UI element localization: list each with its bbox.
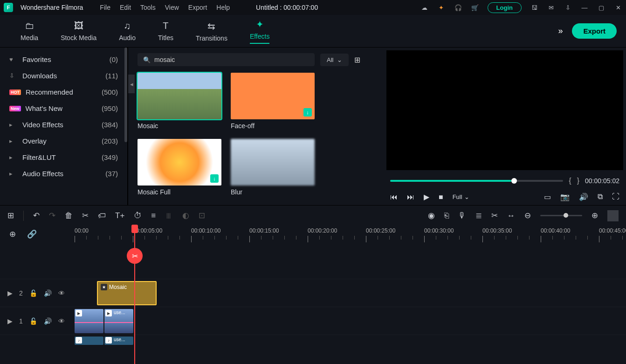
track-play-icon[interactable]: ▶ — [7, 289, 13, 297]
download-icon[interactable]: ⇩ — [564, 3, 572, 12]
zoom-out-icon[interactable]: ⊖ — [524, 211, 531, 220]
effect-card-mosaic[interactable]: Mosaic — [138, 73, 221, 130]
tab-effects[interactable]: ✦ Effects — [239, 19, 281, 44]
split-icon[interactable]: ✂ — [82, 211, 89, 220]
save-icon[interactable]: 🖫 — [530, 3, 538, 12]
step-back-icon[interactable]: ⏮ — [390, 193, 398, 201]
menu-view[interactable]: View — [165, 4, 179, 11]
sidebar-collapse-button[interactable]: ◂ — [128, 75, 135, 93]
bookmark-icon[interactable]: ⎗ — [444, 211, 449, 220]
color-icon[interactable]: ◐ — [182, 211, 189, 220]
maximize-icon[interactable]: ▢ — [597, 3, 605, 12]
render-button[interactable] — [607, 210, 619, 221]
undo-icon[interactable]: ↶ — [33, 211, 40, 220]
tag-icon[interactable]: 🏷 — [98, 211, 106, 220]
effect-card-faceoff[interactable]: ↓ Face-off — [231, 73, 315, 130]
screen-icon[interactable]: ▭ — [544, 192, 551, 201]
preview-viewport[interactable] — [386, 50, 623, 170]
sidebar-scrollbar[interactable] — [124, 48, 127, 142]
playhead[interactable]: ✂ — [134, 226, 135, 364]
login-button[interactable]: Login — [488, 2, 522, 13]
volume-icon[interactable]: 🔊 — [579, 192, 588, 201]
menu-file[interactable]: File — [100, 4, 110, 11]
sparkle-icon[interactable]: ✦ — [437, 3, 446, 12]
effect-thumb[interactable] — [231, 139, 315, 185]
expand-tabs-icon[interactable]: » — [558, 26, 563, 36]
tab-media[interactable]: 🗀 Media — [9, 21, 49, 41]
audio-adjust-icon[interactable]: ⫼ — [165, 211, 173, 220]
minimize-icon[interactable]: — — [580, 3, 589, 12]
export-button[interactable]: Export — [572, 23, 617, 39]
sidebar-favorites[interactable]: ♥ Favorites (0) — [0, 51, 127, 68]
effect-clip[interactable]: ★ Mosaic — [97, 281, 157, 305]
effect-card-blur[interactable]: Blur — [231, 139, 315, 196]
link-icon[interactable]: 🔗 — [27, 229, 37, 239]
tab-stock-media[interactable]: 🖾 Stock Media — [49, 21, 108, 41]
sidebar-audio-effects[interactable]: ▸ Audio Effects (37) — [0, 165, 127, 182]
audio-clip[interactable]: ♪use... — [104, 337, 133, 345]
add-text-icon[interactable]: T+ — [115, 211, 124, 220]
sidebar-filter-lut[interactable]: ▸ Filter&LUT (349) — [0, 149, 127, 165]
search-box[interactable]: 🔍 — [138, 53, 315, 66]
crop-icon[interactable]: ⊡ — [199, 211, 205, 220]
effect-card-mosaic-full[interactable]: ↓ Mosaic Full — [138, 139, 221, 196]
eye-icon[interactable]: 👁 — [58, 317, 65, 325]
quality-dropdown[interactable]: Full ⌄ — [453, 193, 469, 200]
cart-icon[interactable]: 🛒 — [471, 3, 479, 12]
zoom-in-icon[interactable]: ⊕ — [592, 211, 598, 220]
marker-icon[interactable]: ◉ — [428, 211, 435, 220]
voiceover-icon[interactable]: 🎙 — [458, 211, 466, 220]
fullscreen-icon[interactable]: ⛶ — [612, 192, 619, 201]
tab-transitions[interactable]: ⇆ Transitions — [185, 21, 239, 42]
sidebar-whats-new[interactable]: New What's New (950) — [0, 100, 127, 117]
tab-titles[interactable]: T Titles — [147, 21, 185, 41]
menu-edit[interactable]: Edit — [120, 4, 131, 11]
cloud-icon[interactable]: ☁ — [420, 3, 429, 12]
audio-clip[interactable]: ♪ — [75, 337, 103, 345]
sidebar-downloads[interactable]: ⇩ Downloads (11) — [0, 68, 127, 84]
scrub-handle[interactable] — [511, 178, 517, 184]
mixer-icon[interactable]: ≣ — [475, 211, 482, 220]
effect-thumb[interactable] — [138, 73, 221, 119]
download-badge-icon[interactable]: ↓ — [303, 108, 312, 117]
menu-help[interactable]: Help — [216, 4, 230, 11]
close-icon[interactable]: ✕ — [614, 3, 622, 12]
snapshot-icon[interactable]: 📷 — [560, 192, 570, 201]
fit-icon[interactable]: ↔ — [507, 211, 515, 220]
zoom-slider[interactable] — [540, 215, 582, 216]
split-handle-icon[interactable]: ✂ — [127, 248, 143, 264]
preview-scrubber[interactable] — [390, 180, 563, 182]
menu-export[interactable]: Export — [188, 4, 207, 11]
search-input[interactable] — [154, 56, 309, 63]
stop-icon[interactable]: ■ — [439, 193, 443, 201]
track-play-icon[interactable]: ▶ — [7, 317, 13, 325]
download-badge-icon[interactable]: ↓ — [210, 174, 219, 183]
lock-icon[interactable]: 🔓 — [29, 289, 37, 297]
effect-thumb[interactable]: ↓ — [138, 139, 221, 185]
mute-icon[interactable]: 🔊 — [44, 289, 52, 297]
manage-tracks-icon[interactable]: ⊞ — [7, 211, 14, 220]
adjust-icon[interactable]: ≡ — [151, 211, 156, 220]
video-clip[interactable]: ▶ — [75, 309, 103, 333]
mute-icon[interactable]: 🔊 — [44, 317, 52, 325]
video-clip[interactable]: ▶use... — [104, 309, 133, 333]
mail-icon[interactable]: ✉ — [547, 3, 555, 12]
auto-ripple-icon[interactable]: ✂ — [491, 211, 498, 220]
zoom-handle[interactable] — [564, 213, 568, 218]
timeline-ruler[interactable]: 00:0000:00:05:0000:00:10:0000:00:15:0000… — [75, 226, 626, 244]
tab-audio[interactable]: ♫ Audio — [108, 21, 147, 41]
menu-tools[interactable]: Tools — [140, 4, 156, 11]
speed-icon[interactable]: ⏱ — [134, 211, 142, 220]
mark-in-icon[interactable]: { — [569, 177, 571, 185]
grid-view-icon[interactable]: ⊞ — [354, 55, 360, 64]
lock-icon[interactable]: 🔓 — [29, 317, 37, 325]
effect-thumb[interactable]: ↓ — [231, 73, 315, 119]
headset-icon[interactable]: 🎧 — [454, 3, 462, 12]
add-track-icon[interactable]: ⊕ — [9, 229, 16, 239]
sidebar-overlay[interactable]: ▸ Overlay (203) — [0, 133, 127, 149]
mark-out-icon[interactable]: } — [577, 177, 579, 185]
pip-icon[interactable]: ⧉ — [598, 192, 603, 201]
sidebar-recommended[interactable]: HOT Recommended (500) — [0, 84, 127, 100]
filter-dropdown[interactable]: All ⌄ — [320, 54, 349, 66]
step-fwd-icon[interactable]: ⏭ — [407, 193, 414, 201]
